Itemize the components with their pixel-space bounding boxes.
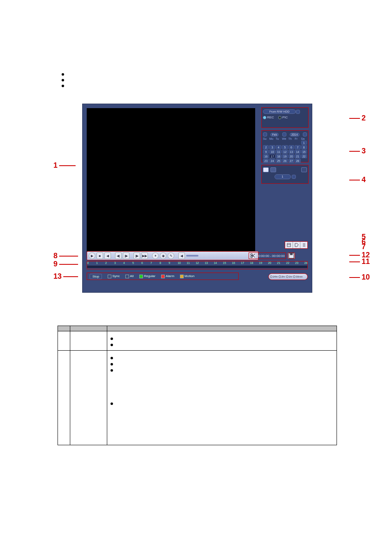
callout-10: 10 (362, 273, 370, 282)
cal-day[interactable]: 24 (269, 159, 275, 163)
cal-day[interactable]: 10 (269, 150, 275, 154)
smart-search-button[interactable]: ✦ (152, 252, 159, 259)
layout-1-icon[interactable] (263, 167, 269, 172)
cal-day[interactable]: 16 (263, 154, 269, 158)
cal-day[interactable]: 22 (301, 154, 307, 158)
rec-label: REC (267, 116, 274, 119)
table-row (58, 331, 337, 351)
cal-day[interactable]: 18 (276, 154, 281, 158)
mute-button[interactable]: ◀ (178, 252, 185, 259)
cal-day[interactable]: 12 (282, 150, 288, 154)
cal-day[interactable]: 5 (282, 145, 288, 149)
snapshot-button[interactable]: ◉ (160, 252, 166, 259)
cal-day[interactable]: 25 (276, 159, 281, 163)
frame-back-button[interactable]: ◀| (115, 252, 122, 259)
cell-bullet (111, 367, 333, 372)
cal-day[interactable]: 26 (282, 159, 288, 163)
file-list-icon[interactable] (300, 242, 307, 248)
th-name (70, 326, 107, 331)
cal-day[interactable]: 14 (295, 150, 300, 154)
display-window[interactable] (87, 108, 255, 252)
regular-check[interactable]: Regular (139, 274, 155, 278)
svg-rect-0 (287, 243, 291, 247)
volume-slider[interactable] (186, 255, 198, 257)
month-dd-icon[interactable] (282, 132, 286, 136)
sync-check[interactable]: Sync (108, 274, 120, 278)
zoom-30min[interactable]: 30min (293, 275, 302, 278)
channel-select[interactable]: 1 (274, 174, 291, 179)
bullet-item (62, 73, 367, 76)
callout-567: 5 6 7 (362, 234, 366, 249)
cal-day[interactable]: 2 (263, 145, 269, 149)
frame-fwd-button[interactable]: |▶ (123, 252, 129, 259)
cal-day[interactable]: 23 (263, 159, 269, 163)
clip-start-time: 00:00:00 (256, 254, 269, 258)
figure-wrap: From R/W HDD REC PIC Feb 2014 (74, 104, 353, 293)
cal-day[interactable]: 15 (301, 150, 307, 154)
stop-legend-button[interactable]: Stop (90, 274, 102, 279)
radio-pic[interactable] (278, 116, 281, 119)
cal-day[interactable]: 9 (263, 150, 269, 154)
callout-1: 1 (53, 161, 58, 170)
cal-day[interactable]: 27 (288, 159, 294, 163)
prev-month-icon[interactable] (263, 132, 267, 136)
svg-marker-2 (295, 243, 298, 247)
corner-buttons (285, 241, 308, 249)
cal-day[interactable]: 11 (276, 150, 281, 154)
year-select[interactable]: 2014 (290, 133, 300, 136)
channel-dd-icon[interactable] (292, 175, 296, 179)
source-dropdown[interactable]: From R/W HDD (263, 109, 296, 114)
all-check[interactable]: All (125, 274, 134, 278)
playback-interface: From R/W HDD REC PIC Feb 2014 (82, 104, 312, 293)
reverse-button[interactable]: ◀ (104, 252, 111, 259)
cal-day[interactable]: 1 (301, 141, 307, 145)
zoom-2hr[interactable]: 2hr (279, 275, 285, 278)
fullscreen-icon[interactable] (301, 167, 307, 172)
card-list-icon[interactable] (285, 242, 293, 248)
cal-day[interactable]: 8 (301, 145, 307, 149)
th-sn (58, 326, 70, 331)
fast-button[interactable]: ▶▶ (141, 252, 148, 259)
dropdown-arrow-icon[interactable] (296, 110, 300, 114)
zoom-24hr[interactable]: 24hr (270, 275, 278, 278)
scissor-icon[interactable] (250, 253, 256, 259)
cal-day[interactable]: 19 (282, 154, 288, 158)
mark-button[interactable]: ✎ (168, 252, 174, 259)
cell-bullet (111, 335, 333, 340)
slow-button[interactable]: |▶ (134, 252, 140, 259)
cell-bullet (111, 361, 333, 365)
time-clip-bar: 00:00:00 - 00:00:00 (249, 251, 308, 260)
playback-toolbar: ▶ ■ ◀ ◀| |▶ |▶ ▶▶ ✦ ◉ ✎ ◀ (87, 251, 258, 260)
cal-day[interactable]: 17 (269, 154, 275, 158)
layout-4-icon[interactable] (270, 167, 276, 172)
time-bar[interactable]: 0 1 2 3 4 5 6 7 8 9 10 11 12 13 14 15 16 (87, 261, 308, 269)
cell-bullet (111, 355, 333, 359)
cal-day[interactable]: 7 (295, 145, 300, 149)
cal-day[interactable]: 21 (295, 154, 300, 158)
month-select[interactable]: Feb (270, 133, 279, 136)
cal-day[interactable]: 28 (295, 159, 300, 163)
alarm-check[interactable]: Alarm (161, 274, 174, 278)
next-month-icon[interactable] (303, 132, 307, 136)
save-clip-button[interactable] (288, 252, 295, 259)
motion-check[interactable]: Motion (180, 274, 194, 278)
cal-day[interactable]: 6 (288, 145, 294, 149)
cal-day[interactable]: 13 (288, 150, 294, 154)
layout-channel-pane: 1 (261, 165, 309, 184)
cal-day[interactable]: 3 (269, 145, 275, 149)
zoom-1hr[interactable]: 1hr (286, 275, 293, 278)
radio-rec[interactable] (263, 116, 266, 119)
callout-3: 3 (362, 147, 366, 155)
table-row (58, 351, 337, 445)
td-name (70, 351, 107, 445)
cal-day[interactable]: 4 (276, 145, 281, 149)
mark-tag-icon[interactable] (293, 242, 300, 248)
bullet-item (62, 85, 367, 87)
callout-13: 13 (53, 272, 62, 281)
play-button[interactable]: ▶ (89, 252, 95, 259)
cal-day[interactable]: 20 (288, 154, 294, 158)
callout-8: 8 (53, 252, 58, 260)
record-type-legend: Stop Sync All Regular Alarm Motion (87, 273, 239, 280)
stop-button[interactable]: ■ (97, 252, 103, 259)
callout-11: 11 (362, 257, 370, 266)
